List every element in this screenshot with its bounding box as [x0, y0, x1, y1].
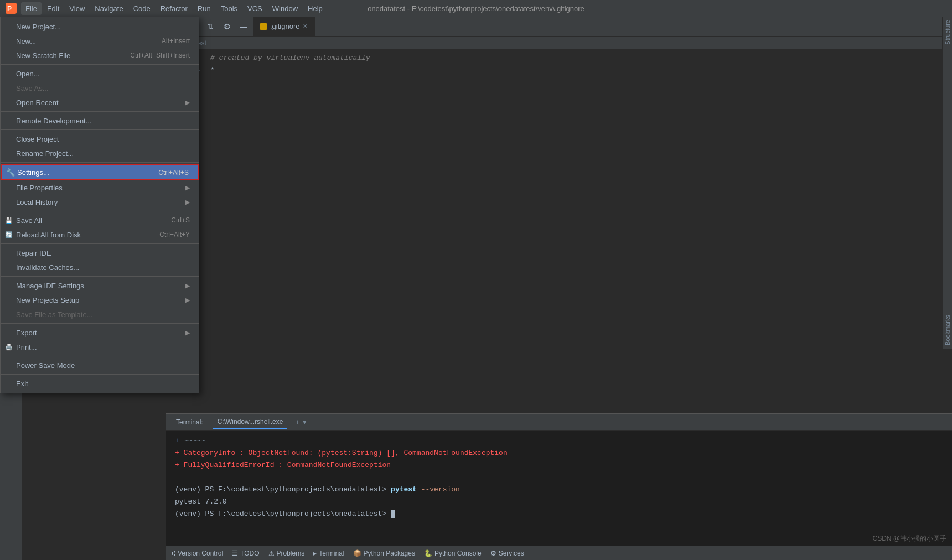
menu-item-save-all[interactable]: 💾 Save All Ctrl+S	[1, 213, 199, 227]
menu-item-export[interactable]: Export ▶	[1, 325, 199, 340]
problems-icon: ⚠	[268, 549, 275, 557]
menu-item-close-project[interactable]: Close Project	[1, 132, 199, 146]
terminal-dropdown-btn[interactable]: ▾	[303, 418, 307, 426]
print-icon: 🖨️	[5, 344, 13, 351]
vc-label: Version Control	[178, 549, 223, 557]
menu-view[interactable]: View	[65, 2, 89, 15]
divider-1	[1, 64, 199, 65]
terminal-command: pytest	[391, 485, 417, 494]
terminal-prompt-line-2: (venv) PS F:\codetest\pythonprojects\one…	[175, 508, 943, 520]
tab-close-btn[interactable]: ✕	[303, 23, 308, 30]
save-as-label: Save As...	[16, 84, 49, 92]
terminal-line-error-2: + FullyQualifiedErrorId : CommandNotFoun…	[175, 459, 943, 471]
menu-item-manage-ide[interactable]: Manage IDE Settings ▶	[1, 278, 199, 293]
divider-4	[1, 162, 199, 163]
editor-area: ⊕ ☰ ⇅ ⚙ — .gitignore ✕ onedatatest 1 2 3	[166, 17, 952, 560]
menu-item-file-properties[interactable]: File Properties ▶	[1, 180, 199, 195]
status-python-console[interactable]: 🐍 Python Console	[424, 549, 482, 557]
export-arrow: ▶	[185, 329, 190, 336]
menu-item-new[interactable]: New... Alt+Insert	[1, 34, 199, 48]
title-bar: P File Edit View Navigate Code Refactor …	[0, 0, 952, 17]
settings-label: Settings...	[17, 168, 49, 177]
status-bar: ⑆ Version Control ☰ TODO ⚠ Problems ▸ Te…	[166, 546, 952, 560]
new-label: New...	[16, 37, 36, 45]
toolbar-settings-btn[interactable]: ⚙	[220, 20, 234, 33]
divider-3	[1, 129, 199, 130]
terminal-prompt-2: (venv) PS F:\codetest\pythonprojects\one…	[175, 510, 391, 518]
menu-item-open[interactable]: Open...	[1, 66, 199, 81]
menu-vcs[interactable]: VCS	[243, 2, 267, 15]
open-label: Open...	[16, 70, 40, 78]
problems-label: Problems	[277, 549, 305, 557]
menu-tools[interactable]: Tools	[216, 2, 242, 15]
menu-help[interactable]: Help	[303, 2, 327, 15]
divider-10	[1, 374, 199, 375]
menu-file[interactable]: File	[21, 2, 42, 15]
terminal-prompt: (venv) PS F:\codetest\pythonprojects\one…	[175, 485, 391, 494]
menu-item-new-scratch[interactable]: New Scratch File Ctrl+Alt+Shift+Insert	[1, 48, 199, 63]
menu-item-repair-ide[interactable]: Repair IDE	[1, 246, 199, 260]
exit-label: Exit	[16, 380, 28, 388]
code-content[interactable]: # created by virtualenv automatically *	[205, 52, 952, 411]
packages-icon: 📦	[353, 549, 361, 557]
export-label: Export	[16, 329, 37, 337]
menu-item-new-project[interactable]: New Project...	[1, 19, 199, 34]
bookmarks-label[interactable]: Bookmarks	[944, 315, 951, 345]
status-services[interactable]: ⚙ Services	[490, 549, 524, 557]
structure-label[interactable]: Structure	[944, 20, 951, 45]
open-recent-arrow: ▶	[185, 99, 190, 106]
terminal-add-btn[interactable]: +	[295, 418, 299, 426]
packages-label: Python Packages	[364, 549, 415, 557]
open-recent-label: Open Recent	[16, 98, 59, 107]
terminal-label-status: Terminal	[319, 549, 344, 557]
terminal-label: Terminal:	[172, 416, 208, 428]
status-problems[interactable]: ⚠ Problems	[268, 549, 305, 557]
menu-edit[interactable]: Edit	[43, 2, 64, 15]
rename-project-label: Rename Project...	[16, 149, 74, 158]
status-python-packages[interactable]: 📦 Python Packages	[353, 549, 415, 557]
breadcrumb-bar: onedatatest	[166, 37, 952, 50]
repair-ide-label: Repair IDE	[16, 249, 51, 257]
code-line-1: # created by virtualenv automatically	[210, 52, 946, 64]
invalidate-caches-label: Invalidate Caches...	[16, 263, 79, 272]
menu-code[interactable]: Code	[129, 2, 155, 15]
menu-navigate[interactable]: Navigate	[90, 2, 127, 15]
menu-item-remote-dev[interactable]: Remote Development...	[1, 113, 199, 128]
menu-item-exit[interactable]: Exit	[1, 376, 199, 391]
menu-item-power-save[interactable]: Power Save Mode	[1, 358, 199, 372]
menu-item-open-recent[interactable]: Open Recent ▶	[1, 95, 199, 110]
terminal-content: + ~~~~~ + CategoryInfo : ObjectNotFound:…	[166, 431, 952, 546]
menu-run[interactable]: Run	[193, 2, 215, 15]
app-logo: P	[6, 3, 17, 14]
terminal-header: Terminal: C:\Window...rshell.exe + ▾	[166, 414, 952, 431]
gitignore-file-icon	[260, 23, 267, 30]
save-all-label: Save All	[16, 216, 42, 225]
save-template-label: Save File as Template...	[16, 310, 93, 319]
status-version-control[interactable]: ⑆ Version Control	[172, 549, 223, 557]
editor-content[interactable]: 1 2 3 # created by virtualenv automatica…	[166, 50, 952, 413]
terminal-tab-shell[interactable]: C:\Window...rshell.exe	[213, 416, 288, 429]
right-sidebar: Structure Bookmarks	[942, 17, 952, 349]
vc-icon: ⑆	[172, 549, 175, 557]
menu-refactor[interactable]: Refactor	[156, 2, 192, 15]
menu-item-reload-all[interactable]: 🔄 Reload All from Disk Ctrl+Alt+Y	[1, 227, 199, 242]
toolbar-minimize-btn[interactable]: —	[237, 20, 250, 33]
editor-tab-gitignore[interactable]: .gitignore ✕	[253, 17, 315, 37]
divider-2	[1, 111, 199, 112]
new-project-label: New Project...	[16, 23, 61, 31]
toolbar-diff-btn[interactable]: ⇅	[204, 20, 217, 33]
terminal-area: Terminal: C:\Window...rshell.exe + ▾ + ~…	[166, 413, 952, 546]
menu-item-settings[interactable]: 🔧 Settings... Ctrl+Alt+S	[1, 164, 199, 180]
menu-item-invalidate-caches[interactable]: Invalidate Caches...	[1, 260, 199, 274]
menu-item-local-history[interactable]: Local History ▶	[1, 195, 199, 209]
menu-item-save-template: Save File as Template...	[1, 307, 199, 322]
terminal-line-error-1: + CategoryInfo : ObjectNotFound: (pytest…	[175, 447, 943, 459]
menu-item-rename-project[interactable]: Rename Project...	[1, 146, 199, 160]
status-terminal[interactable]: ▸ Terminal	[313, 549, 344, 557]
manage-ide-label: Manage IDE Settings	[16, 282, 84, 290]
print-label: Print...	[16, 343, 37, 351]
status-todo[interactable]: ☰ TODO	[232, 549, 259, 557]
menu-item-print[interactable]: 🖨️ Print...	[1, 340, 199, 354]
menu-window[interactable]: Window	[268, 2, 302, 15]
menu-item-new-projects-setup[interactable]: New Projects Setup ▶	[1, 293, 199, 307]
